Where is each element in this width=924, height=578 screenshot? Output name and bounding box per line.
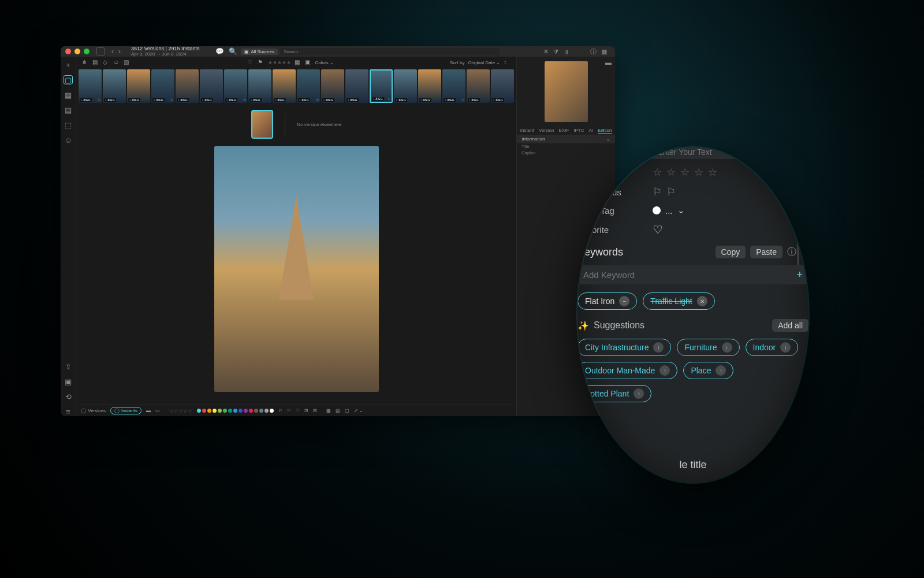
color-dot[interactable] — [218, 409, 222, 413]
stack-icon[interactable]: ▤ — [92, 59, 99, 66]
sort-dropdown[interactable]: Original Date ⌄ — [468, 60, 500, 65]
suggestion-chip[interactable]: City Infrastructure↑ — [578, 339, 671, 356]
remove-icon[interactable]: − — [619, 296, 629, 306]
color-dot[interactable] — [202, 409, 206, 413]
usage-terms-input[interactable] — [653, 147, 757, 159]
color-dot[interactable] — [254, 409, 258, 413]
suggestion-chip[interactable]: Place↑ — [683, 362, 733, 379]
tab-instant[interactable]: Instant — [520, 128, 534, 134]
building-icon[interactable]: ▥ — [124, 59, 131, 66]
thumbnail[interactable]: ▫ JPEG — [321, 69, 344, 103]
export-icon[interactable]: ▣ — [64, 377, 73, 386]
compare-icon[interactable]: ⊡ — [304, 408, 308, 413]
flag-icon[interactable]: ⚐ — [278, 408, 282, 413]
thumbnail[interactable]: ▫ JPEG — [418, 69, 441, 103]
thumbnail[interactable]: ▫ JPEG — [200, 69, 223, 103]
tab-version[interactable]: Version — [539, 128, 554, 134]
thumbnail[interactable]: ▫ JPEG — [248, 69, 271, 103]
folder-icon[interactable]: ▬ — [146, 408, 151, 413]
add-suggestion-icon[interactable]: ↑ — [660, 365, 670, 376]
remove-icon[interactable]: ✕ — [697, 296, 707, 306]
color-dot[interactable] — [233, 409, 237, 413]
thumbnail[interactable]: ▫ JPEG — [127, 69, 150, 103]
grid-view-icon[interactable]: ▢ — [64, 75, 73, 84]
map-icon[interactable]: ⬚ — [64, 120, 73, 129]
back-button[interactable]: ‹ — [110, 47, 115, 55]
add-keyword-input[interactable] — [583, 270, 792, 280]
close-search-icon[interactable]: ✕ — [543, 48, 549, 55]
zoom-icon[interactable]: ⤢ ⌄ — [354, 408, 363, 413]
instants-toggle[interactable]: ◯ Instants — [110, 407, 141, 414]
thumbnail[interactable]: ▫ JPEG — [103, 69, 126, 103]
thumbnail[interactable]: ▫ JPEG♡ — [151, 69, 174, 103]
color-dot[interactable] — [213, 409, 217, 413]
calendar-icon[interactable]: ▤ — [64, 105, 73, 114]
add-suggestion-icon[interactable]: ↑ — [634, 388, 644, 399]
source-pill[interactable]: ▣ All Sources — [241, 49, 277, 55]
version-thumb[interactable] — [251, 110, 273, 139]
format-icon[interactable]: ▦ — [295, 59, 301, 66]
menu-icon[interactable]: ≡ — [64, 407, 73, 416]
tab-exif[interactable]: EXIF — [558, 128, 569, 134]
add-all-button[interactable]: Add all — [772, 319, 808, 332]
keyword-chip[interactable]: Traffic Light✕ — [643, 292, 714, 310]
color-dot[interactable] — [244, 409, 248, 413]
suggestion-chip[interactable]: Outdoor Man-Made↑ — [578, 362, 677, 379]
suggestion-chip[interactable]: Indoor↑ — [746, 339, 799, 356]
thumbnail[interactable]: ▫ JPEG♡ — [370, 69, 393, 103]
thumbnail[interactable]: ▫ JPEG — [491, 69, 514, 103]
color-tag-control[interactable]: ...⌄ — [653, 205, 808, 216]
layout2-icon[interactable]: ▤ — [336, 408, 340, 413]
info-section-header[interactable]: Information⌄ — [517, 135, 615, 143]
thumbnail[interactable]: ▫ JPEG — [176, 69, 199, 103]
colors-dropdown[interactable]: Colors ⌄ — [315, 60, 334, 65]
color-dot[interactable] — [197, 409, 201, 413]
copy-button[interactable]: Copy — [716, 246, 746, 258]
color-dot[interactable] — [228, 409, 232, 413]
panel-collapse-icon[interactable]: ▬ — [605, 59, 612, 66]
sidebar-toggle-icon[interactable] — [96, 47, 105, 55]
add-keyword-field[interactable]: + — [578, 265, 808, 284]
favorite-icon[interactable]: ♡ — [296, 408, 300, 413]
color-dot[interactable] — [270, 409, 274, 413]
search-icon[interactable]: 🔍 — [228, 47, 239, 55]
reject-icon[interactable]: ⚐ — [287, 408, 291, 413]
maximize-button[interactable] — [84, 49, 90, 54]
keyword-chip[interactable]: Flat Iron− — [578, 292, 637, 310]
versions-toggle[interactable]: ◯ Versions — [81, 408, 106, 413]
add-keyword-button[interactable]: + — [796, 269, 803, 281]
rating-stars[interactable]: ☆☆☆☆☆ — [653, 166, 808, 179]
tile-view-icon[interactable]: ▦ — [64, 90, 73, 99]
chevron-down-icon[interactable]: ⌄ — [801, 247, 808, 258]
thumbnail[interactable]: ▫ JPEG♡ — [224, 69, 247, 103]
minimize-button[interactable] — [74, 49, 80, 54]
color-dot[interactable] — [207, 409, 211, 413]
add-suggestion-icon[interactable]: ↑ — [653, 342, 664, 353]
add-icon[interactable]: + — [64, 60, 73, 69]
image-icon[interactable]: ▣ — [305, 59, 312, 66]
info-icon[interactable]: ⓘ — [787, 246, 796, 258]
tab-iptc[interactable]: IPTC — [573, 128, 584, 134]
comment-icon[interactable]: 💬 — [214, 47, 225, 55]
color-dots[interactable] — [197, 409, 274, 413]
histogram-icon[interactable]: ⫼ — [563, 48, 569, 55]
add-suggestion-icon[interactable]: ↑ — [780, 342, 791, 353]
close-button[interactable] — [65, 49, 71, 54]
thumbnail[interactable]: ▫ JPEG♡ — [79, 69, 102, 103]
add-suggestion-icon[interactable]: ↑ — [722, 342, 732, 353]
suggestion-chip[interactable]: Furniture↑ — [677, 339, 739, 356]
rating-display[interactable]: ☆☆☆☆☆ — [169, 408, 192, 414]
thumbnail[interactable]: ▫ JPEG♡ — [442, 69, 465, 103]
folder2-icon[interactable]: ▭ — [155, 408, 160, 413]
tab-edition[interactable]: Edition — [598, 128, 612, 134]
color-dot[interactable] — [264, 409, 269, 413]
person-icon[interactable]: ☺ — [113, 59, 120, 66]
add-suggestion-icon[interactable]: ↑ — [716, 365, 726, 376]
thumbnail[interactable]: ▫ JPEG♡ — [297, 69, 320, 103]
panel-toggle-icon[interactable]: ▦ — [601, 48, 607, 55]
star-filter[interactable]: ★★★★★ — [268, 60, 291, 65]
filter-icon[interactable]: ⧩ — [553, 48, 558, 55]
main-image[interactable] — [214, 146, 379, 392]
tag-icon[interactable]: ◇ — [103, 59, 110, 66]
flag-filter-icon[interactable]: ⚑ — [258, 59, 264, 66]
